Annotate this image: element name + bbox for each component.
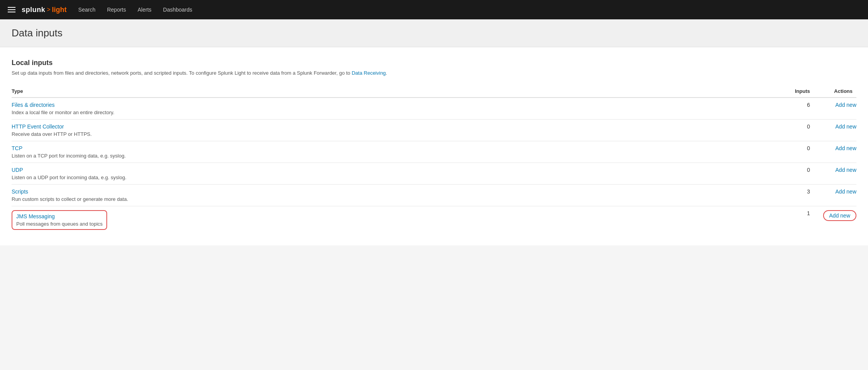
- inputs-count-tcp: 0: [764, 141, 810, 163]
- section-description: Set up data inputs from files and direct…: [12, 70, 856, 76]
- type-cell: Scripts Run custom scripts to collect or…: [12, 185, 764, 206]
- nav-links: Search Reports Alerts Dashboards: [78, 5, 192, 14]
- actions-cell-tcp: Add new: [810, 141, 856, 163]
- col-header-actions: Actions: [810, 85, 856, 98]
- type-link-udp[interactable]: UDP: [12, 167, 764, 173]
- type-desc-http-event-collector: Receive data over HTTP or HTTPS.: [12, 131, 92, 137]
- type-link-jms-messaging[interactable]: JMS Messaging: [16, 213, 103, 219]
- nav-alerts[interactable]: Alerts: [138, 5, 152, 14]
- type-cell-jms: JMS Messaging Poll messages from queues …: [12, 206, 764, 234]
- page-title: Data inputs: [12, 27, 856, 39]
- nav-search[interactable]: Search: [78, 5, 95, 14]
- actions-cell-jms-messaging: Add new: [810, 206, 856, 234]
- table-row-jms: JMS Messaging Poll messages from queues …: [12, 206, 856, 234]
- type-desc-files-directories: Index a local file or monitor an entire …: [12, 110, 114, 115]
- table-row: TCP Listen on a TCP port for incoming da…: [12, 141, 856, 163]
- table-row: UDP Listen on a UDP port for incoming da…: [12, 163, 856, 185]
- col-header-type: Type: [12, 85, 764, 98]
- type-cell: Files & directories Index a local file o…: [12, 98, 764, 120]
- type-desc-tcp: Listen on a TCP port for incoming data, …: [12, 153, 126, 159]
- table-header-row: Type Inputs Actions: [12, 85, 856, 98]
- add-new-scripts[interactable]: Add new: [836, 188, 856, 195]
- type-link-http-event-collector[interactable]: HTTP Event Collector: [12, 123, 764, 130]
- top-navigation: splunk > light Search Reports Alerts Das…: [0, 0, 868, 19]
- add-new-jms-messaging[interactable]: Add new: [823, 210, 856, 221]
- data-inputs-table: Type Inputs Actions Files & directories …: [12, 85, 856, 234]
- actions-cell-files-directories: Add new: [810, 98, 856, 120]
- add-new-http-event-collector[interactable]: Add new: [836, 123, 856, 130]
- type-desc-scripts: Run custom scripts to collect or generat…: [12, 196, 128, 202]
- type-cell: HTTP Event Collector Receive data over H…: [12, 120, 764, 141]
- type-cell: UDP Listen on a UDP port for incoming da…: [12, 163, 764, 185]
- actions-cell-http-event-collector: Add new: [810, 120, 856, 141]
- inputs-count-files-directories: 6: [764, 98, 810, 120]
- jms-highlight-container: JMS Messaging Poll messages from queues …: [12, 210, 107, 230]
- table-row: HTTP Event Collector Receive data over H…: [12, 120, 856, 141]
- type-desc-jms-messaging: Poll messages from queues and topics: [16, 221, 103, 227]
- brand-light-text: light: [52, 6, 67, 14]
- type-link-tcp[interactable]: TCP: [12, 145, 764, 151]
- page-header: Data inputs: [0, 19, 868, 47]
- actions-cell-scripts: Add new: [810, 185, 856, 206]
- nav-reports[interactable]: Reports: [107, 5, 126, 14]
- add-new-files-directories[interactable]: Add new: [836, 102, 856, 108]
- actions-cell-udp: Add new: [810, 163, 856, 185]
- table-row: Scripts Run custom scripts to collect or…: [12, 185, 856, 206]
- inputs-count-scripts: 3: [764, 185, 810, 206]
- section-title: Local inputs: [12, 59, 856, 67]
- inputs-count-jms-messaging: 1: [764, 206, 810, 234]
- brand-logo: splunk > light: [22, 6, 67, 14]
- nav-dashboards[interactable]: Dashboards: [163, 5, 193, 14]
- data-receiving-link[interactable]: Data Receiving: [352, 70, 386, 76]
- table-row: Files & directories Index a local file o…: [12, 98, 856, 120]
- type-cell: TCP Listen on a TCP port for incoming da…: [12, 141, 764, 163]
- inputs-count-http-event-collector: 0: [764, 120, 810, 141]
- type-link-scripts[interactable]: Scripts: [12, 188, 764, 195]
- section-desc-after-link: .: [386, 70, 387, 76]
- col-header-inputs: Inputs: [764, 85, 810, 98]
- hamburger-menu[interactable]: [8, 7, 15, 12]
- brand-splunk-text: splunk: [22, 6, 45, 14]
- type-desc-udp: Listen on a UDP port for incoming data, …: [12, 175, 126, 180]
- main-content: Local inputs Set up data inputs from fil…: [0, 47, 868, 245]
- section-desc-before-link: Set up data inputs from files and direct…: [12, 70, 352, 76]
- add-new-tcp[interactable]: Add new: [836, 145, 856, 151]
- inputs-count-udp: 0: [764, 163, 810, 185]
- add-new-udp[interactable]: Add new: [836, 167, 856, 173]
- type-link-files-directories[interactable]: Files & directories: [12, 102, 764, 108]
- brand-arrow-icon: >: [47, 6, 50, 13]
